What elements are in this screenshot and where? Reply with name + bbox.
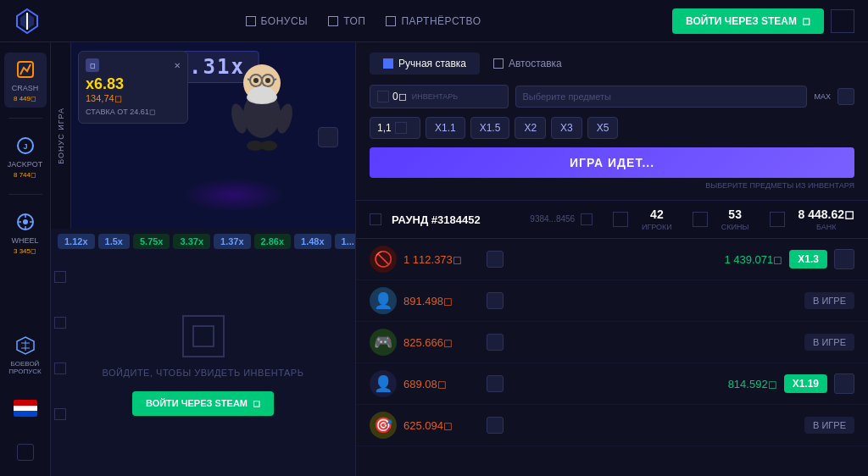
sidebar-check-4[interactable] xyxy=(54,408,66,420)
svg-point-15 xyxy=(253,78,259,83)
history-badge: 1.37x xyxy=(214,234,251,249)
inventory-area: ВОЙДИТЕ, ЧТОБЫ УВИДЕТЬ ИНВЕНТАРЬ ВОЙТИ Ч… xyxy=(51,254,355,476)
player-win-amount: 1 439.071◻ xyxy=(715,253,782,266)
sidebar-checkboxes xyxy=(54,254,66,476)
player-bet-icon xyxy=(487,375,504,392)
max-label: MAX xyxy=(814,92,831,101)
main-content: БОНУС ИГРА 01.31x ◻ ✕ x6.83 134,74◻ СТАВ… xyxy=(51,42,868,476)
nav-bonuses[interactable]: БОНУСЫ xyxy=(246,15,309,27)
nav-right: ВОЙТИ ЧЕРЕЗ STEAM ◻ xyxy=(672,8,854,34)
flag-icon xyxy=(14,400,37,417)
steam-icon: ◻ xyxy=(802,15,810,27)
left-panel: БОНУС ИГРА 01.31x ◻ ✕ x6.83 134,74◻ СТАВ… xyxy=(51,42,356,476)
player-row: 👤689.08◻814.592◻X1.19 xyxy=(356,363,868,405)
skins-count-stat: 53 СКИНЫ xyxy=(721,208,749,231)
inventory-input-group: 0◻ ИНВЕНТАРЬ xyxy=(370,85,509,108)
sidebar-item-battle-pass[interactable]: БОЕВОЙ ПРОПУСК xyxy=(4,329,47,381)
player-avatar: 🎮 xyxy=(370,329,397,356)
top-navigation: БОНУСЫ ТОП ПАРТНЁРСТВО ВОЙТИ ЧЕРЕЗ STEAM… xyxy=(0,0,868,42)
partnership-checkbox xyxy=(386,16,396,26)
sidebar-item-jackpot[interactable]: J JACKPOT 8 744◻ xyxy=(4,129,47,184)
bank-stat: 8 448.62◻ БАНК xyxy=(770,208,855,231)
items-selector[interactable]: Выберите предметы xyxy=(515,86,808,108)
bet-label: СТАВКА ОТ 24.61◻ xyxy=(86,108,181,116)
tab-manual[interactable]: Ручная ставка xyxy=(370,53,480,75)
sidebar-check-1[interactable] xyxy=(54,271,66,283)
inventory-empty-text: ВОЙДИТЕ, ЧТОБЫ УВИДЕТЬ ИНВЕНТАРЬ xyxy=(103,368,304,378)
mult-btn-x1-5[interactable]: X1.5 xyxy=(470,117,510,139)
mult-btn-x1-1[interactable]: X1.1 xyxy=(426,117,465,139)
wheel-icon xyxy=(14,210,37,234)
player-status-badge: В ИГРЕ xyxy=(804,334,854,351)
bet-inputs-row: 0◻ ИНВЕНТАРЬ Выберите предметы MAX xyxy=(370,85,854,108)
player-avatar: 🎯 xyxy=(370,412,397,439)
players-icon xyxy=(613,212,628,227)
player-multiplier-badge: X1.3 xyxy=(789,250,827,268)
bet-card: ◻ ✕ x6.83 134,74◻ СТАВКА ОТ 24.61◻ xyxy=(78,51,188,124)
play-button[interactable]: ИГРА ИДЕТ... xyxy=(370,147,854,178)
sidebar-check-3[interactable] xyxy=(54,363,66,374)
player-action-icon[interactable] xyxy=(834,249,854,269)
player-avatar: 👤 xyxy=(370,370,397,397)
history-badge: 2.86x xyxy=(254,234,292,249)
mult-btn-x2[interactable]: X2 xyxy=(515,117,546,139)
sidebar-item-crash[interactable]: CRASH 8 449◻ xyxy=(4,53,47,108)
nav-settings-button[interactable] xyxy=(831,9,854,33)
portal-effect xyxy=(183,178,285,212)
player-avatar: 👤 xyxy=(370,287,397,314)
player-bet: 689.08◻ xyxy=(403,378,480,390)
history-badge: 3.37x xyxy=(173,234,210,249)
logo[interactable] xyxy=(14,8,41,35)
header-login-button[interactable]: ВОЙТИ ЧЕРЕЗ STEAM ◻ xyxy=(672,8,824,34)
players-count-stat: 42 ИГРОКИ xyxy=(642,208,672,231)
multiplier-input[interactable]: 1,1 xyxy=(370,117,420,139)
sidebar-check-2[interactable] xyxy=(54,317,66,329)
bet-multiplier: x6.83 xyxy=(86,75,181,93)
player-row: 👤891.498◻В ИГРЕ xyxy=(356,280,868,322)
svg-rect-27 xyxy=(193,326,214,346)
mult-btn-x5[interactable]: X5 xyxy=(587,117,619,139)
sidebar-divider-2 xyxy=(8,194,42,195)
player-action-icon[interactable] xyxy=(834,374,854,394)
bet-card-icon: ◻ xyxy=(86,58,99,72)
battle-pass-label: БОЕВОЙ ПРОПУСК xyxy=(8,360,43,376)
bank-icon xyxy=(770,212,785,227)
multiplier-buttons: 1,1 X1.1 X1.5 X2 X3 X5 xyxy=(370,117,854,139)
nav-partnership[interactable]: ПАРТНЁРСТВО xyxy=(386,15,481,27)
player-bet: 825.666◻ xyxy=(403,336,480,349)
mult-btn-x3[interactable]: X3 xyxy=(551,117,582,139)
player-bet: 891.498◻ xyxy=(403,295,480,307)
hash-copy-icon[interactable] xyxy=(581,213,593,225)
sidebar-item-wheel[interactable]: WHEEL 3 345◻ xyxy=(4,205,47,260)
bonus-text: БОНУС ИГРА xyxy=(57,108,65,164)
inventory-value-display: 0◻ ИНВЕНТАРЬ xyxy=(370,85,509,108)
crash-icon xyxy=(14,58,37,81)
sidebar-item-extra[interactable] xyxy=(4,435,47,469)
inventory-placeholder xyxy=(182,315,225,357)
max-checkbox[interactable] xyxy=(837,88,854,105)
history-badge: 1... xyxy=(335,234,355,249)
tab-auto[interactable]: Автоставка xyxy=(480,53,576,75)
round-hash: 9384...8456 xyxy=(530,213,593,225)
player-row: 🚫1 112.373◻1 439.071◻X1.3 xyxy=(356,239,868,280)
player-bet: 1 112.373◻ xyxy=(403,253,480,266)
crash-count: 8 449◻ xyxy=(14,95,36,102)
items-note: ВЫБЕРИТЕ ПРЕДМЕТЫ ИЗ ИНВЕНТАРЯ xyxy=(370,181,854,190)
manual-tab-checkbox xyxy=(383,58,393,69)
inventory-login-button[interactable]: ВОЙТИ ЧЕРЕЗ STEAM ◻ xyxy=(132,391,274,416)
player-win-amount: 814.592◻ xyxy=(709,378,777,390)
bonuses-checkbox xyxy=(246,16,256,26)
game-display: БОНУС ИГРА 01.31x ◻ ✕ x6.83 134,74◻ СТАВ… xyxy=(51,42,355,229)
player-bet-icon xyxy=(487,334,504,351)
round-title: РАУНД #3184452 xyxy=(392,213,481,226)
floating-icon-1 xyxy=(318,127,338,147)
nav-top[interactable]: ТОП xyxy=(328,15,365,27)
sidebar-item-flag[interactable] xyxy=(4,395,47,422)
player-multiplier-badge: X1.19 xyxy=(784,374,827,393)
player-status-badge: В ИГРЕ xyxy=(804,292,854,309)
right-panel: Ручная ставка Автоставка 0◻ ИНВЕНТАРЬ xyxy=(356,42,868,476)
history-badge: 1.5x xyxy=(98,234,130,249)
bet-card-close[interactable]: ✕ xyxy=(174,61,181,70)
skins-stat: 53 СКИНЫ xyxy=(693,208,749,231)
svg-point-7 xyxy=(23,219,28,224)
